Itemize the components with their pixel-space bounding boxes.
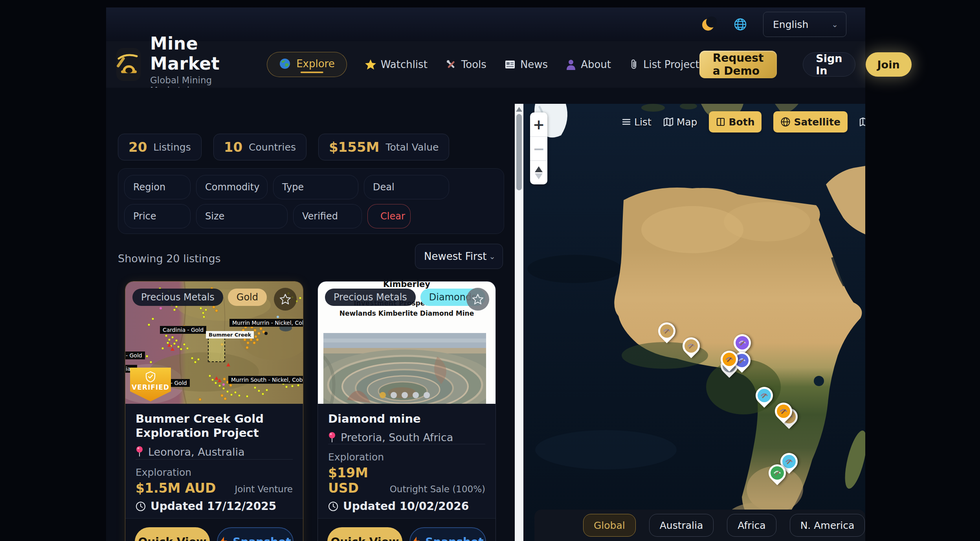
language-select[interactable]: English ⌄ [763,12,846,37]
scrollbar-up-arrow[interactable] [516,107,522,112]
listing-stage: Exploration [136,467,293,478]
map-view-controls: List Map Both Satellite Street [622,111,865,132]
scrollbar-thumb[interactable] [516,114,522,190]
nav-item-explore[interactable]: Explore [267,52,347,77]
quick-view-button[interactable]: Quick View [327,527,402,541]
globe-icon[interactable] [732,16,749,33]
region-africa[interactable]: Africa [727,514,776,537]
person-icon [566,59,576,70]
map-label: Murrin Murrin - Nickel, Cobalt [229,319,303,327]
nav-item-about[interactable]: About [566,59,611,70]
carousel-dot[interactable] [413,392,419,398]
listing-deal-type: Outright Sale (100%) [390,484,485,496]
carousel-dots[interactable] [323,392,486,398]
globe-grid-icon [780,117,791,127]
list-icon [622,117,631,127]
view-list-button[interactable]: List [622,116,651,128]
language-value: English [773,19,808,30]
filter-deal[interactable]: Deal [364,175,449,199]
filter-size[interactable]: Size [196,204,288,228]
filter-type[interactable]: Type [273,175,358,199]
listing-card-diamond-mine[interactable]: Kimberley Investment Prospectus: The New… [317,281,496,541]
pin-icon [328,432,336,443]
listing-price: $1.5M AUD [136,480,216,496]
star-outline-icon [279,293,291,305]
carousel-dot[interactable] [424,392,430,398]
clear-filters-button[interactable]: Clear [367,204,411,228]
filter-region[interactable]: Region [124,175,191,199]
favorite-star-button[interactable] [274,288,297,311]
tilt-up-icon [535,166,543,172]
join-button[interactable]: Join [866,52,912,77]
nav-item-watchlist[interactable]: Watchlist [365,59,428,70]
filter-panel: Region Commodity Type Deal Price Size Ve… [118,168,504,234]
nav-item-news[interactable]: News [505,59,548,70]
mine-market-page: English ⌄ Mine Market Global Mining Mark… [0,0,980,541]
snapshot-button[interactable]: Snapshot [217,527,294,541]
lightning-icon [412,537,420,541]
view-map-button[interactable]: Map [663,116,697,128]
top-utility-bar: English ⌄ [106,7,865,41]
stats-row: 20 Listings 10 Countries $155M Total Val… [118,134,449,160]
open-pit-photo [323,333,486,404]
carousel-dot[interactable] [380,392,386,398]
filter-price[interactable]: Price [124,204,191,228]
map-label: - Gold [125,351,145,359]
listing-card-bummer-creek[interactable]: Precious Metals Gold Murrin Murrin - Nic… [125,281,303,541]
snapshot-button[interactable]: Snapshot [409,527,486,541]
header-actions: Request a Demo Sign In Join [699,51,912,78]
clock-icon [328,501,338,512]
layer-street-button[interactable]: Street [859,116,865,128]
map-label: Murrin South - Nickel, Cobalt [228,376,303,384]
view-both-button[interactable]: Both [709,111,762,132]
listing-title: Bummer Creek Gold Exploration Project [136,412,293,440]
claim-boundary-box [208,338,225,362]
nav-item-tools[interactable]: Tools [446,59,486,70]
tilt-down-icon [535,173,543,179]
results-count: Showing 20 listings [118,252,221,265]
favorite-star-button[interactable] [466,288,489,311]
listing-document-thumbnail: Kimberley Investment Prospectus: The New… [318,282,496,404]
map-tilt-control[interactable] [530,160,547,184]
listings-scrollbar[interactable] [515,104,523,541]
region-global[interactable]: Global [583,514,636,537]
page-title: Mine Market [150,33,220,74]
columns-icon [716,117,725,127]
listing-details: Diamond mine Pretoria, South Africa Expl… [318,404,496,518]
request-demo-button[interactable]: Request a Demo [699,51,777,78]
zoom-out-button[interactable]: − [530,136,547,160]
chevron-down-icon: ⌄ [831,20,838,29]
listings-panel: 20 Listings 10 Countries $155M Total Val… [106,104,515,541]
filter-verified[interactable]: Verified [293,204,362,228]
world-map[interactable]: + − List Map Both [523,104,865,541]
stat-countries: 10 Countries [213,134,306,160]
theme-toggle-moon-icon[interactable] [700,16,718,33]
carousel-dot[interactable] [402,392,408,398]
active-underline [301,72,323,73]
stat-total-value: $155M Total Value [318,134,449,160]
commodity-badge: Gold [228,289,267,306]
mine-market-logo[interactable] [116,48,141,81]
quick-view-button[interactable]: Quick View [135,527,210,541]
category-badge: Precious Metals [132,289,223,306]
filter-commodity[interactable]: Commodity [196,175,268,199]
sort-select[interactable]: Newest First ⌄ [415,244,503,269]
pin-icon [136,446,143,458]
sign-in-button[interactable]: Sign In [803,52,855,77]
brand-block: Mine Market Global Mining Marketplace [150,33,220,96]
street-map-icon [859,117,865,127]
layer-satellite-button[interactable]: Satellite [773,111,847,132]
region-n-america[interactable]: N. America [790,514,865,537]
listing-map-thumbnail: Precious Metals Gold Murrin Murrin - Nic… [125,282,303,404]
star-icon [365,59,376,70]
newspaper-icon [505,59,516,70]
zoom-in-button[interactable]: + [530,112,547,136]
region-australia[interactable]: Australia [649,514,714,537]
region-filter-bar: Global Australia Africa N. America Canad… [534,510,865,541]
category-badge: Precious Metals [325,289,416,306]
listing-title: Diamond mine [328,412,485,426]
map-label: Bummer Creek [206,331,254,339]
carousel-dot[interactable] [391,392,397,398]
listing-location: Leonora, Australia [136,446,293,458]
nav-item-list-project[interactable]: List Project [629,59,699,70]
